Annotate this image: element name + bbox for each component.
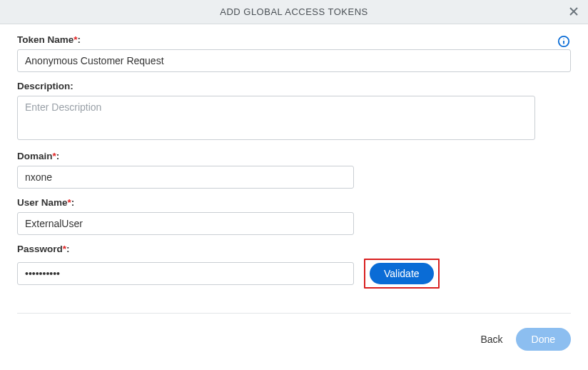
token-name-label: Token Name*:	[17, 34, 571, 45]
domain-label-text: Domain	[17, 151, 53, 161]
token-name-group: Token Name*:	[17, 34, 571, 72]
username-group: User Name*:	[17, 197, 571, 235]
password-label-text: Password	[17, 244, 63, 254]
description-input[interactable]	[17, 96, 535, 140]
description-group: Description:	[17, 81, 571, 142]
required-asterisk: *	[63, 244, 66, 254]
token-name-input[interactable]	[17, 49, 571, 72]
close-button[interactable]	[565, 3, 582, 20]
username-label: User Name*:	[17, 197, 571, 208]
description-label: Description:	[17, 81, 571, 91]
domain-group: Domain*:	[17, 151, 571, 189]
validate-button[interactable]: Validate	[370, 263, 434, 284]
svg-point-4	[563, 39, 564, 39]
dialog-title: ADD GLOBAL ACCESS TOKENS	[220, 6, 368, 17]
dialog-footer: Back Done	[17, 313, 571, 351]
info-button[interactable]	[557, 34, 571, 49]
username-label-text: User Name	[17, 197, 68, 208]
username-input[interactable]	[17, 212, 354, 235]
required-asterisk: *	[53, 151, 56, 161]
domain-input[interactable]	[17, 166, 354, 189]
validate-highlight: Validate	[364, 259, 440, 289]
done-button[interactable]: Done	[516, 328, 571, 351]
dialog-body: Token Name*: Description: Domain*: User …	[0, 24, 588, 289]
password-group: Password*: Validate	[17, 244, 571, 289]
password-input[interactable]	[17, 262, 354, 285]
back-button[interactable]: Back	[480, 334, 502, 345]
info-icon	[557, 35, 570, 48]
close-icon	[568, 6, 579, 17]
required-asterisk: *	[74, 34, 77, 45]
required-asterisk: *	[68, 197, 71, 208]
domain-label: Domain*:	[17, 151, 571, 161]
dialog-header: ADD GLOBAL ACCESS TOKENS	[0, 0, 588, 24]
password-row: Validate	[17, 259, 571, 289]
password-label: Password*:	[17, 244, 571, 254]
token-name-label-text: Token Name	[17, 34, 74, 45]
